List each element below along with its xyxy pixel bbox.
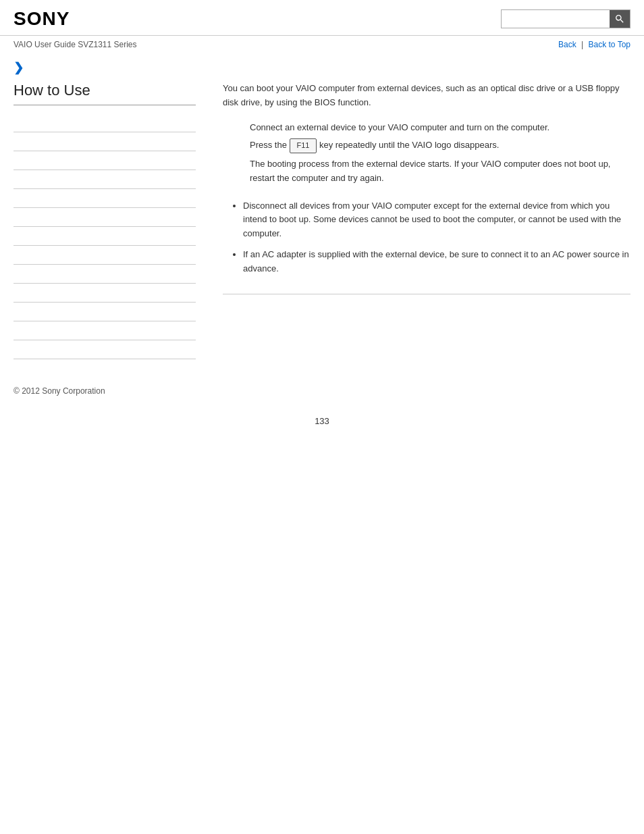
key-box: F11: [290, 138, 317, 153]
note-1-text: Disconnect all devices from your VAIO co…: [243, 201, 621, 239]
content-area: You can boot your VAIO computer from ext…: [209, 82, 630, 359]
note-2-text: If an AC adapter is supplied with the ex…: [243, 249, 629, 273]
header: SONY: [0, 0, 644, 36]
sidebar-item-12[interactable]: [14, 321, 196, 340]
page-number: 133: [0, 402, 644, 440]
sidebar-item-13[interactable]: [14, 340, 196, 359]
sidebar-item-4[interactable]: [14, 170, 196, 189]
sidebar-item-9[interactable]: [14, 265, 196, 284]
sidebar-item-7[interactable]: [14, 227, 196, 246]
search-box: [501, 9, 630, 28]
footer: © 2012 Sony Corporation: [0, 366, 644, 402]
step-1-text: Connect an external device to your VAIO …: [250, 122, 549, 132]
copyright: © 2012 Sony Corporation: [14, 386, 105, 396]
search-button[interactable]: [610, 10, 630, 28]
breadcrumb-arrow[interactable]: ❯: [0, 53, 644, 75]
notes-section: Disconnect all devices from your VAIO co…: [223, 199, 630, 294]
step-2: Press the F11 key repeatedly until the V…: [250, 138, 630, 153]
sidebar-item-6[interactable]: [14, 208, 196, 227]
content-intro: You can boot your VAIO computer from ext…: [223, 82, 630, 110]
sidebar-item-5[interactable]: [14, 189, 196, 208]
step-2-suffix: key repeatedly until the VAIO logo disap…: [319, 138, 499, 153]
step-3: The booting process from the external de…: [250, 157, 630, 186]
sidebar-item-2[interactable]: [14, 132, 196, 151]
nav-separator: |: [581, 40, 583, 49]
sidebar: How to Use: [14, 82, 209, 359]
nav-links: Back | Back to Top: [558, 40, 630, 49]
sidebar-item-3[interactable]: [14, 151, 196, 170]
step-1: Connect an external device to your VAIO …: [250, 121, 630, 135]
sidebar-item-1[interactable]: [14, 113, 196, 132]
bullet-list: Disconnect all devices from your VAIO co…: [223, 199, 630, 276]
back-to-top-link[interactable]: Back to Top: [589, 40, 630, 49]
search-icon: [614, 14, 625, 24]
main-layout: How to Use You can boot your VAIO comput…: [0, 75, 644, 366]
sidebar-item-8[interactable]: [14, 246, 196, 265]
note-1: Disconnect all devices from your VAIO co…: [243, 199, 630, 241]
guide-title: VAIO User Guide SVZ1311 Series: [14, 40, 137, 49]
sony-logo: SONY: [14, 8, 70, 30]
search-input[interactable]: [502, 10, 610, 28]
sub-header: VAIO User Guide SVZ1311 Series Back | Ba…: [0, 36, 644, 53]
sidebar-item-11[interactable]: [14, 303, 196, 321]
sidebar-item-10[interactable]: [14, 284, 196, 303]
step-2-prefix: Press the: [250, 138, 287, 153]
back-link[interactable]: Back: [558, 40, 576, 49]
note-2: If an AC adapter is supplied with the ex…: [243, 248, 630, 276]
step-3-text: The booting process from the external de…: [250, 159, 610, 183]
sidebar-title: How to Use: [14, 82, 196, 105]
